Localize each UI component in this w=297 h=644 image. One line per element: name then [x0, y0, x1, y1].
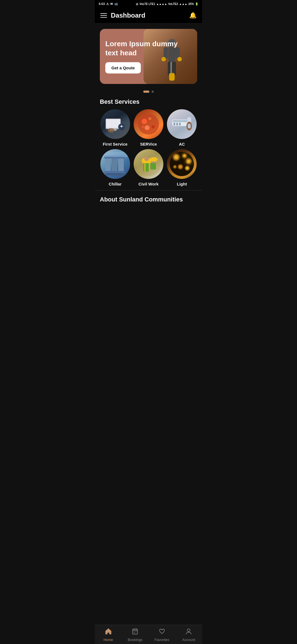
svg-point-21 [152, 125, 155, 129]
header: Dashboard 🔔 [95, 8, 202, 23]
lte-text: VoLTE LTE1 [139, 2, 155, 6]
service-label-ac: AC [179, 142, 185, 146]
header-left: Dashboard [100, 12, 145, 19]
about-section: About Sunland Communities [95, 190, 202, 206]
svg-rect-34 [118, 157, 124, 172]
status-right: ◎ VoLTE LTE1 ▲▲▲▲ VoLTE2 ▲▲▲ 25% 🔋 [136, 2, 198, 6]
service-label-civil: Civil Work [138, 182, 158, 186]
service-item-civil[interactable]: Civil Work [133, 149, 164, 186]
status-left: 5:53 ⚠ ✉ 📹 [99, 2, 118, 6]
menu-button[interactable] [100, 13, 107, 18]
svg-rect-44 [149, 163, 150, 171]
service-icon-civil [134, 149, 163, 179]
service-circle-civil [134, 149, 163, 179]
service-label-chillar: Chillar [109, 182, 122, 186]
service-label-light: Light [177, 182, 187, 186]
service-item-ac[interactable]: AC [167, 109, 197, 146]
service-circle-light [167, 149, 197, 179]
svg-point-23 [148, 117, 151, 120]
svg-rect-37 [106, 173, 123, 175]
battery-icon: 🔋 [195, 2, 198, 6]
svg-point-16 [108, 128, 114, 133]
dot-inactive[interactable] [152, 91, 154, 93]
svg-point-57 [179, 165, 182, 168]
video-icon: 📹 [114, 2, 118, 6]
svg-point-47 [150, 157, 158, 162]
status-time: 5:53 [99, 2, 105, 6]
service-icon-first [100, 109, 130, 139]
status-bar: 5:53 ⚠ ✉ 📹 ◎ VoLTE LTE1 ▲▲▲▲ VoLTE2 ▲▲▲ … [95, 0, 202, 8]
banner-heading: Lorem Ipsum dummy text head [105, 39, 192, 57]
warning-icon: ⚠ [106, 2, 109, 6]
about-title: About Sunland Communities [100, 196, 197, 203]
svg-point-18 [142, 119, 147, 124]
svg-point-17 [138, 114, 159, 135]
signal-icon2: ▲▲▲ [179, 2, 187, 6]
svg-point-45 [144, 157, 149, 161]
svg-point-22 [142, 125, 144, 128]
svg-point-61 [174, 166, 176, 168]
service-circle-service [134, 109, 163, 139]
svg-rect-26 [174, 123, 175, 125]
svg-rect-43 [144, 163, 145, 171]
lte2-text: VoLTE2 [168, 2, 178, 6]
svg-rect-25 [173, 120, 188, 122]
get-quote-button[interactable]: Get a Qoute [105, 62, 141, 73]
service-icon-ac [167, 109, 197, 139]
dot-active[interactable] [143, 91, 149, 93]
email-icon: ✉ [110, 2, 113, 6]
svg-rect-15 [121, 125, 122, 128]
service-circle-chillar [100, 149, 130, 179]
service-item-chillar[interactable]: Chillar [100, 149, 130, 186]
svg-rect-38 [103, 152, 128, 157]
svg-rect-36 [104, 171, 125, 173]
service-item-light[interactable]: Light [167, 149, 197, 186]
svg-rect-11 [106, 119, 120, 128]
svg-point-64 [184, 156, 194, 166]
svg-rect-48 [150, 163, 156, 170]
signal-icon1: ▲▲▲▲ [156, 2, 167, 6]
svg-point-20 [145, 125, 150, 130]
services-section-title: Best Services [95, 95, 202, 109]
service-icon-service [134, 109, 163, 139]
service-label-service: SERVice [140, 142, 157, 146]
banner-dots [95, 91, 202, 93]
svg-point-19 [149, 121, 153, 125]
main-content: Lorem Ipsum dummy text head Get a Qoute [95, 23, 202, 228]
service-item-first[interactable]: First Service [100, 109, 130, 146]
services-grid: First Service SERVice [95, 109, 202, 190]
service-icon-light [167, 149, 197, 179]
svg-rect-32 [105, 157, 111, 172]
wifi-icon: ◎ [136, 2, 138, 6]
svg-rect-41 [142, 162, 151, 163]
svg-rect-28 [179, 123, 181, 125]
service-circle-ac [167, 109, 197, 139]
banner: Lorem Ipsum dummy text head Get a Qoute [100, 29, 197, 84]
notification-button[interactable]: 🔔 [189, 12, 197, 19]
svg-rect-27 [176, 123, 178, 125]
banner-wrapper: Lorem Ipsum dummy text head Get a Qoute [95, 23, 202, 87]
battery-text: 25% [188, 2, 194, 6]
svg-rect-31 [188, 124, 191, 128]
svg-point-59 [186, 167, 189, 170]
service-circle-first [100, 109, 130, 139]
banner-text-area: Lorem Ipsum dummy text head Get a Qoute [100, 33, 197, 80]
page-title: Dashboard [111, 12, 145, 19]
service-item-service[interactable]: SERVice [133, 109, 164, 146]
service-icon-chillar [100, 149, 130, 179]
svg-rect-33 [112, 157, 117, 172]
service-label-first: First Service [103, 142, 128, 146]
svg-point-62 [172, 153, 181, 162]
